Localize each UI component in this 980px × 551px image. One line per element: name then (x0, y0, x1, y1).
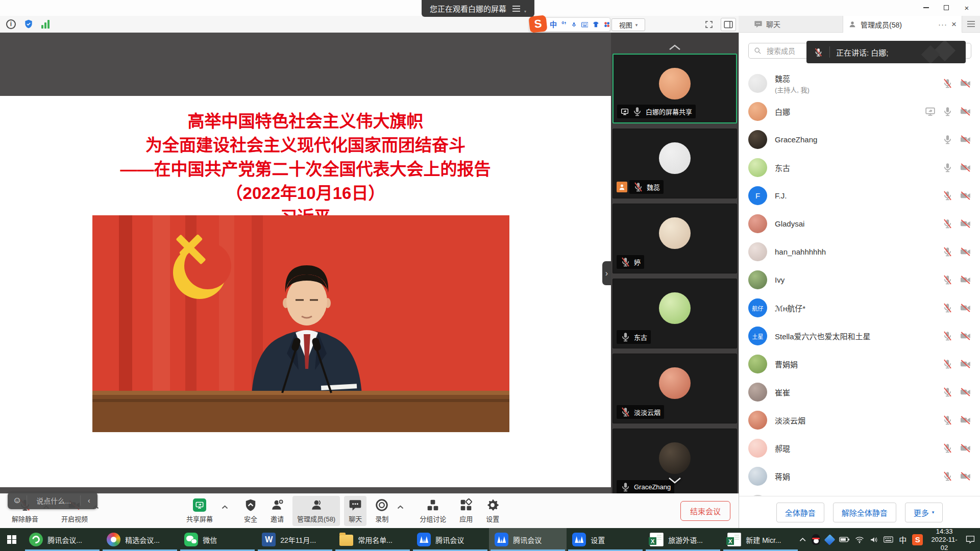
member-row[interactable]: GraceZhang (739, 126, 980, 154)
ime-indicator[interactable]: 中 (899, 534, 906, 545)
video-thumbnail[interactable]: 白娜的屏幕共享 (612, 54, 737, 123)
member-row[interactable]: 郝琨 (739, 434, 980, 462)
member-row[interactable]: Ivy (739, 266, 980, 294)
scroll-down-icon[interactable] (668, 477, 682, 484)
unmute-all-button[interactable]: 解除全体静音 (833, 503, 896, 522)
invite-button[interactable]: 邀请 (266, 496, 288, 526)
record-button[interactable]: 录制 (371, 496, 393, 526)
ime-mic-icon[interactable] (571, 21, 577, 29)
video-thumbnail[interactable]: 婷 (612, 204, 737, 273)
taskbar-app[interactable]: 设置 (567, 528, 644, 551)
member-row[interactable]: 白娜 (739, 97, 980, 126)
apps-button[interactable]: 应用 (455, 496, 477, 526)
mic-icon[interactable] (942, 443, 953, 454)
camera-off-icon[interactable] (960, 443, 972, 454)
camera-off-icon[interactable] (960, 162, 972, 173)
sogou-logo-icon[interactable]: S (528, 15, 547, 33)
camera-off-icon[interactable] (960, 218, 972, 229)
tabstrip-menu-button[interactable] (962, 16, 980, 32)
mic-icon[interactable] (942, 303, 953, 313)
action-center-icon[interactable] (966, 535, 975, 544)
record-options-chevron[interactable] (397, 505, 404, 509)
member-row[interactable]: 东古 (739, 154, 980, 182)
member-row[interactable]: F F.J. (739, 182, 980, 210)
mic-icon[interactable] (942, 78, 953, 89)
member-row[interactable]: han_nahhhhhh (739, 238, 980, 266)
mic-icon[interactable] (942, 387, 953, 397)
video-thumbnail[interactable]: 淡淡云烟 (612, 354, 737, 423)
taskbar-app[interactable]: 微信 (179, 528, 256, 551)
mic-icon[interactable] (942, 246, 953, 257)
mic-icon[interactable] (942, 134, 953, 145)
taskbar-app[interactable]: 精选会议... (101, 528, 179, 551)
taskbar-app[interactable]: 腾讯会议 (489, 528, 567, 551)
ime-grid-icon[interactable] (604, 21, 610, 28)
wifi-icon[interactable] (855, 536, 864, 543)
panel-close-icon[interactable]: × (951, 19, 957, 30)
mic-icon[interactable] (942, 274, 953, 285)
security-shield-icon[interactable] (23, 19, 34, 29)
alipay-tray-icon[interactable] (824, 534, 835, 545)
banner-menu-icon[interactable] (512, 8, 520, 9)
quick-message-bubble[interactable]: ☺ 说点什么... ‹ (8, 492, 97, 509)
video-thumbnail[interactable]: 魏蕊 (612, 129, 737, 198)
member-row[interactable]: 航仔 ℳʜ航仔* (739, 294, 980, 322)
breakout-rooms-button[interactable]: 分组讨论 (415, 496, 451, 526)
mic-icon[interactable] (942, 471, 953, 482)
minimize-button[interactable] (916, 1, 936, 15)
mic-icon[interactable] (942, 106, 953, 117)
message-placeholder[interactable]: 说点什么... (32, 495, 75, 506)
close-button[interactable]: × (957, 1, 977, 15)
tab-chat[interactable]: 聊天 (739, 16, 796, 32)
camera-off-icon[interactable] (960, 415, 972, 425)
member-row[interactable]: 淡淡云烟 (739, 406, 980, 434)
member-row[interactable]: 崔崔 (739, 378, 980, 406)
emoji-icon[interactable]: ☺ (13, 495, 21, 506)
collapse-bubble-icon[interactable]: ‹ (86, 496, 92, 505)
volume-icon[interactable] (870, 536, 878, 543)
camera-off-icon[interactable] (960, 471, 972, 482)
camera-off-icon[interactable] (960, 387, 972, 397)
mic-icon[interactable] (942, 162, 953, 173)
taskbar-app[interactable]: 旅游外语... (644, 528, 722, 551)
tab-members[interactable]: 管理成员(58) ··· × (843, 16, 962, 33)
ime-skin-icon[interactable] (593, 21, 599, 28)
watching-screen-banner[interactable]: 您正在观看白娜的屏幕 ▾ (422, 0, 534, 17)
taskbar-clock[interactable]: 14:33 2022-11-02 (928, 528, 960, 551)
camera-off-icon[interactable] (960, 359, 972, 369)
view-layout-dropdown[interactable]: 视图▾ (611, 18, 645, 31)
video-thumbnail[interactable]: 东古 (612, 279, 737, 348)
thumbnail-collapse-handle[interactable]: › (602, 261, 611, 285)
chat-button[interactable]: 聊天 (344, 496, 366, 526)
member-row[interactable]: Gladysai (739, 210, 980, 238)
mic-icon[interactable] (942, 359, 953, 369)
sogou-tray-icon[interactable]: S (912, 534, 923, 545)
ime-punct-icon[interactable]: °’ (561, 21, 567, 28)
taskbar-app[interactable]: 22年11月... (256, 528, 334, 551)
camera-off-icon[interactable] (960, 303, 972, 313)
manage-members-button[interactable]: 管理成员(58) (292, 496, 340, 526)
qq-tray-icon[interactable] (812, 534, 820, 545)
mute-all-button[interactable]: 全体静音 (776, 503, 824, 522)
camera-off-icon[interactable] (960, 331, 972, 341)
scroll-up-icon[interactable] (668, 44, 681, 51)
mic-icon[interactable] (942, 218, 953, 229)
camera-off-icon[interactable] (960, 106, 972, 117)
camera-off-icon[interactable] (960, 78, 972, 89)
network-signal-icon[interactable] (41, 19, 50, 29)
mic-icon[interactable] (942, 190, 953, 201)
end-meeting-button[interactable]: 结束会议 (680, 501, 730, 521)
mic-icon[interactable] (942, 415, 953, 425)
share-screen-button[interactable]: 共享屏幕 (182, 496, 217, 526)
panel-more-icon[interactable]: ··· (938, 20, 947, 29)
ime-toolbar[interactable]: S 中 °’ (529, 17, 610, 32)
taskbar-app[interactable]: 新建 Micr... (722, 528, 799, 551)
member-row[interactable]: 蒋娟 (739, 462, 980, 490)
camera-off-icon[interactable] (960, 134, 972, 145)
ime-keyboard-icon[interactable] (581, 21, 589, 28)
side-panel-toggle[interactable] (721, 18, 736, 31)
member-row[interactable]: 魏蕊 (主持人, 我) (739, 69, 980, 97)
fullscreen-button[interactable] (701, 18, 717, 31)
share-options-chevron[interactable] (222, 505, 228, 509)
more-button[interactable]: 更多▾ (905, 503, 943, 522)
